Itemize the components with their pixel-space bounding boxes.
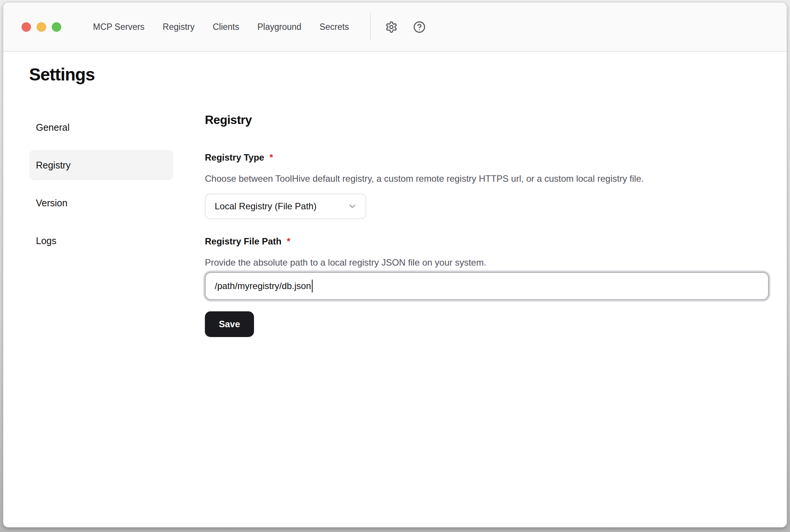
nav-item-playground[interactable]: Playground [257,22,301,32]
registry-file-path-input[interactable]: /path/myregistry/db.json [205,272,769,300]
nav-item-clients[interactable]: Clients [213,22,239,32]
registry-file-path-label-text: Registry File Path [205,236,282,246]
zoom-button[interactable] [52,22,61,32]
app-window: MCP Servers Registry Clients Playground … [3,2,787,527]
required-asterisk: * [287,236,290,246]
nav-item-mcp-servers[interactable]: MCP Servers [93,22,144,32]
registry-file-path-label: Registry File Path* [205,236,769,247]
minimize-button[interactable] [37,22,46,32]
settings-page: Settings General Registry Version Logs R… [3,52,787,337]
registry-type-label: Registry Type* [205,152,769,163]
titlebar: MCP Servers Registry Clients Playground … [3,3,787,52]
main-nav: MCP Servers Registry Clients Playground … [93,22,349,32]
chevron-down-icon [347,201,357,211]
sidebar-item-logs[interactable]: Logs [29,226,173,256]
sidebar-item-general[interactable]: General [29,112,173,142]
registry-type-description: Choose between ToolHive default registry… [205,173,769,184]
registry-file-path-description: Provide the absolute path to a local reg… [205,257,769,268]
settings-gear-icon [385,21,398,33]
close-button[interactable] [22,22,31,32]
registry-file-path-value: /path/myregistry/db.json [215,281,311,291]
traffic-lights [22,22,61,32]
text-cursor [312,280,313,292]
nav-item-registry[interactable]: Registry [163,22,194,32]
nav-item-secrets[interactable]: Secrets [319,22,349,32]
settings-sidebar: General Registry Version Logs [29,112,173,337]
registry-type-label-text: Registry Type [205,152,264,162]
sidebar-item-version[interactable]: Version [29,188,173,218]
settings-button[interactable] [384,19,399,34]
header-divider [370,13,371,41]
sidebar-item-registry[interactable]: Registry [29,150,173,180]
registry-settings-panel: Registry Registry Type* Choose between T… [205,112,769,337]
help-button[interactable] [412,19,427,34]
save-button[interactable]: Save [205,311,254,337]
section-title: Registry [205,112,769,127]
help-circle-icon [413,21,426,33]
page-title: Settings [29,63,787,86]
required-asterisk: * [270,152,273,162]
registry-type-selected-value: Local Registry (File Path) [215,201,316,212]
registry-type-select[interactable]: Local Registry (File Path) [205,193,366,219]
